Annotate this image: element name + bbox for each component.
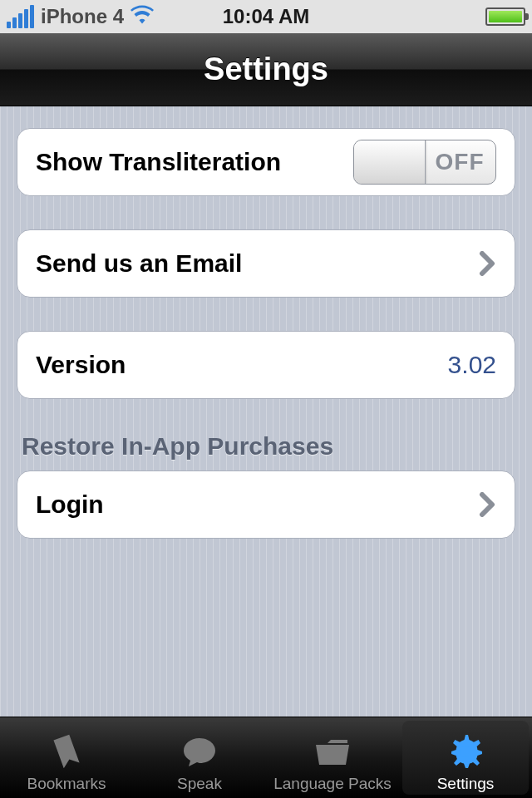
gear-icon — [446, 730, 485, 773]
folder-icon — [313, 730, 352, 773]
wifi-icon — [131, 3, 154, 31]
chevron-right-icon — [478, 251, 496, 276]
content: Show Transliteration OFF Send us an Emai… — [0, 106, 532, 717]
row-login[interactable]: Login — [17, 470, 515, 539]
row-label: Show Transliteration — [36, 148, 353, 176]
tab-label: Language Packs — [273, 775, 392, 793]
tab-bookmarks[interactable]: Bookmarks — [0, 717, 133, 798]
transliteration-toggle[interactable]: OFF — [353, 140, 496, 185]
page-title: Settings — [204, 52, 328, 87]
row-label: Login — [36, 490, 478, 519]
tab-language-packs[interactable]: Language Packs — [266, 717, 399, 798]
row-version: Version 3.02 — [17, 331, 515, 399]
tab-label: Settings — [437, 775, 495, 793]
tab-speak[interactable]: Speak — [133, 717, 266, 798]
signal-icon — [7, 5, 34, 28]
tab-label: Bookmarks — [27, 775, 106, 793]
version-value: 3.02 — [448, 351, 496, 379]
chevron-right-icon — [478, 492, 496, 517]
toggle-off-label: OFF — [424, 140, 495, 184]
tab-settings[interactable]: Settings — [399, 717, 532, 798]
section-header-restore: Restore In-App Purchases — [17, 432, 515, 461]
status-bar: iPhone 4 10:04 AM — [0, 0, 532, 33]
tab-bar: Bookmarks Speak Language Packs Settings — [0, 717, 532, 798]
row-show-transliteration: Show Transliteration OFF — [17, 128, 515, 196]
speech-bubble-icon — [180, 730, 219, 773]
row-label: Send us an Email — [36, 249, 478, 278]
bookmark-icon — [47, 730, 86, 773]
svg-point-0 — [460, 746, 471, 757]
status-left: iPhone 4 — [7, 3, 154, 31]
tab-label: Speak — [177, 775, 222, 793]
nav-header: Settings — [0, 33, 532, 106]
battery-icon — [485, 7, 525, 26]
status-time: 10:04 AM — [223, 5, 309, 28]
carrier-label: iPhone 4 — [41, 5, 124, 28]
toggle-knob — [354, 140, 426, 184]
row-label: Version — [36, 351, 448, 379]
row-send-email[interactable]: Send us an Email — [17, 229, 515, 298]
